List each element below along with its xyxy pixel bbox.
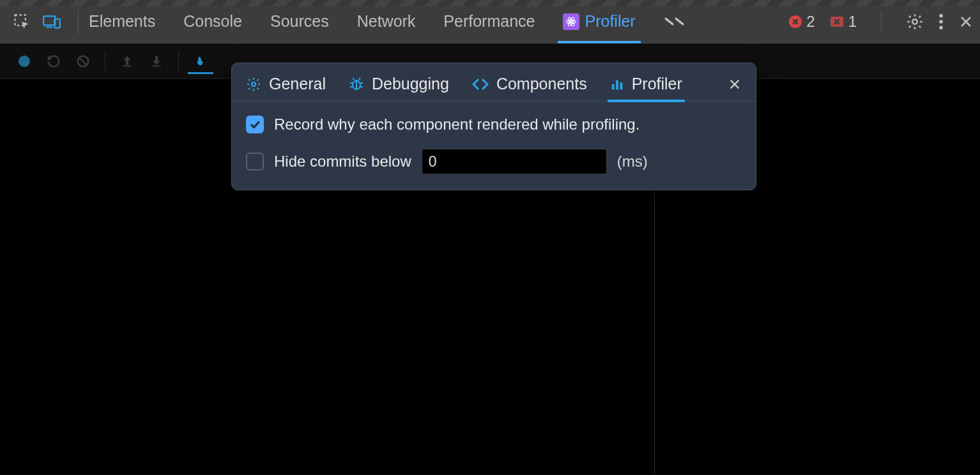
- svg-rect-21: [620, 82, 622, 89]
- settings-tab-components-label: Components: [496, 75, 587, 93]
- errors-indicator[interactable]: 2: [788, 13, 815, 31]
- tab-profiler[interactable]: Profiler: [563, 12, 635, 31]
- devtools-topbar: Elements Console Sources Network Perform…: [0, 0, 980, 43]
- hide-commits-unit: (ms): [617, 153, 648, 170]
- tabs-overflow-icon[interactable]: [664, 14, 685, 29]
- tab-elements[interactable]: Elements: [89, 12, 155, 31]
- svg-rect-20: [616, 80, 618, 89]
- tab-performance[interactable]: Performance: [443, 12, 535, 31]
- hide-commits-row: Hide commits below (ms): [246, 149, 742, 174]
- settings-tab-general-label: General: [269, 75, 326, 93]
- hide-commits-label: Hide commits below: [274, 153, 411, 170]
- record-why-label: Record why each component rendered while…: [274, 116, 639, 133]
- errors-count: 2: [806, 13, 815, 31]
- download-profile-button[interactable]: [144, 49, 169, 74]
- svg-rect-15: [123, 65, 132, 66]
- record-why-checkbox[interactable]: [246, 116, 264, 133]
- tab-sources[interactable]: Sources: [270, 12, 329, 31]
- svg-point-17: [252, 82, 256, 86]
- settings-tab-profiler-label: Profiler: [632, 75, 682, 93]
- record-button[interactable]: [11, 49, 37, 74]
- topbar-trail-divider: [881, 11, 882, 33]
- window-hatch-strip: [0, 0, 980, 6]
- flamegraph-view-button[interactable]: [188, 49, 213, 74]
- tab-network[interactable]: Network: [357, 12, 416, 31]
- svg-point-11: [939, 20, 943, 24]
- react-icon: [563, 13, 579, 30]
- clear-button[interactable]: [70, 49, 96, 74]
- warnings-indicator[interactable]: 1: [829, 13, 857, 31]
- topbar-divider: [78, 9, 79, 34]
- svg-rect-1: [43, 16, 55, 25]
- bug-icon: [349, 77, 364, 92]
- profiler-settings-popover: General Debugging Components: [231, 63, 756, 190]
- settings-close-button[interactable]: [728, 77, 742, 91]
- upload-profile-button[interactable]: [114, 49, 140, 74]
- svg-point-3: [570, 20, 572, 22]
- svg-point-10: [939, 13, 943, 17]
- devtools-tabs: Elements Console Sources Network Perform…: [89, 12, 685, 31]
- code-icon: [472, 77, 489, 92]
- toolbar-divider-1: [105, 51, 105, 72]
- bars-icon: [610, 77, 624, 91]
- reload-button[interactable]: [41, 49, 66, 74]
- device-toggle-icon[interactable]: [42, 13, 61, 31]
- hide-commits-checkbox[interactable]: [246, 153, 264, 170]
- settings-tab-profiler[interactable]: Profiler: [610, 75, 682, 93]
- settings-tab-debugging-label: Debugging: [372, 75, 449, 93]
- close-devtools-icon[interactable]: [958, 14, 974, 29]
- inspect-element-icon[interactable]: [13, 13, 31, 31]
- kebab-menu-icon[interactable]: [938, 13, 944, 31]
- toolbar-divider-2: [178, 51, 179, 72]
- tab-profiler-label: Profiler: [585, 12, 635, 31]
- settings-tabs: General Debugging Components: [232, 63, 756, 102]
- settings-tab-debugging[interactable]: Debugging: [349, 75, 449, 93]
- settings-tab-general[interactable]: General: [246, 75, 326, 93]
- tab-console[interactable]: Console: [183, 12, 242, 31]
- warnings-count: 1: [848, 13, 857, 31]
- svg-point-9: [912, 19, 917, 24]
- settings-gear-icon[interactable]: [906, 13, 924, 31]
- svg-point-12: [939, 26, 943, 29]
- svg-rect-19: [611, 84, 614, 89]
- svg-point-13: [19, 56, 30, 67]
- svg-rect-16: [153, 65, 161, 66]
- record-why-row: Record why each component rendered while…: [246, 116, 742, 133]
- settings-tab-components[interactable]: Components: [472, 75, 587, 93]
- hide-commits-input[interactable]: [422, 149, 607, 174]
- gear-icon: [246, 77, 261, 92]
